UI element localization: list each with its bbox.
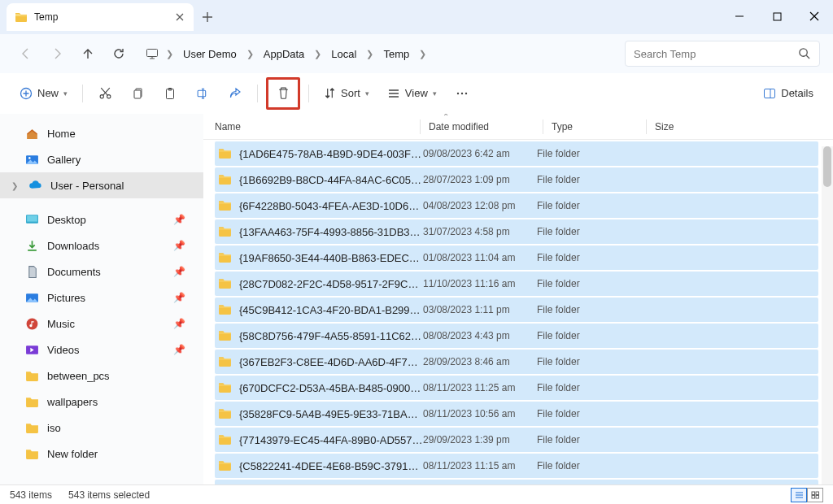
nav-pictures[interactable]: Pictures 📌 — [0, 285, 203, 311]
file-name: {13FAA463-75F4-4993-8856-31DB34396BE... — [239, 226, 423, 238]
chevron-right-icon[interactable]: ❯ — [11, 181, 20, 190]
item-count: 543 items — [10, 489, 52, 501]
pin-icon: 📌 — [173, 266, 185, 277]
file-name: {670DCFC2-D53A-45BA-B485-0900844A8... — [239, 382, 423, 394]
delete-button[interactable] — [266, 77, 300, 110]
folder-icon — [218, 406, 233, 421]
search-input[interactable] — [634, 48, 792, 60]
breadcrumb-item[interactable]: Temp — [378, 45, 414, 63]
navigation-pane: Home Gallery ❯ User - Personal Desktop 📌… — [0, 114, 203, 484]
more-button[interactable] — [448, 80, 476, 107]
column-name[interactable]: Name⌃ — [215, 121, 420, 133]
maximize-button[interactable] — [758, 0, 796, 33]
nav-desktop[interactable]: Desktop 📌 — [0, 206, 203, 232]
svg-point-15 — [28, 157, 31, 159]
file-row[interactable]: {35828FC9-5A4B-49E5-9E33-71BAC1BED4...08… — [215, 402, 818, 426]
monitor-icon[interactable] — [143, 41, 161, 67]
folder-icon — [24, 394, 39, 409]
file-row[interactable]: {45C9B412-1CA3-4F20-BDA1-B299A5C09...03/… — [215, 298, 818, 322]
svg-rect-24 — [816, 495, 819, 498]
breadcrumb-item[interactable]: User Demo — [178, 45, 242, 63]
file-row[interactable]: {6F4228B0-5043-4FEA-AE3D-10D6DE2CF...04/… — [215, 193, 818, 218]
thumbnail-view-button[interactable] — [807, 488, 823, 502]
file-type: File folder — [537, 226, 631, 237]
folder-icon — [24, 368, 39, 383]
add-tab-button[interactable] — [194, 3, 221, 31]
nav-user-personal[interactable]: ❯ User - Personal — [0, 172, 203, 198]
nav-iso[interactable]: iso — [0, 415, 203, 441]
refresh-button[interactable] — [106, 41, 132, 67]
tab-title: Temp — [34, 11, 168, 23]
documents-icon — [24, 264, 39, 279]
file-row[interactable]: {C5822241-4DEE-4E68-B59C-3791D84DF7...08… — [215, 454, 818, 478]
file-row[interactable]: {670DCFC2-D53A-45BA-B485-0900844A8...08/… — [215, 376, 818, 400]
share-button[interactable] — [221, 80, 249, 107]
up-button[interactable] — [75, 41, 101, 67]
file-name: {35828FC9-5A4B-49E5-9E33-71BAC1BED4... — [239, 408, 423, 420]
vertical-scrollbar[interactable] — [822, 146, 833, 484]
file-row[interactable]: {1AD6E475-78AB-4B9D-9DE4-003FBF9195...09… — [215, 141, 818, 166]
rename-button[interactable] — [189, 80, 216, 107]
folder-icon — [218, 354, 233, 369]
breadcrumb-item[interactable]: AppData — [259, 45, 310, 63]
new-label: New — [37, 87, 59, 99]
forward-button[interactable] — [44, 41, 70, 67]
tab-temp[interactable]: Temp — [7, 3, 194, 31]
nav-downloads[interactable]: Downloads 📌 — [0, 232, 203, 259]
minimize-button[interactable] — [721, 0, 758, 33]
music-icon — [24, 316, 39, 331]
copy-button[interactable] — [124, 80, 151, 107]
nav-wallpapers[interactable]: wallpapers — [0, 389, 203, 415]
column-type[interactable]: Type — [552, 121, 646, 133]
svg-rect-13 — [765, 89, 775, 98]
file-date: 08/11/2023 11:15 am — [423, 460, 537, 471]
scrollbar-thumb[interactable] — [823, 146, 831, 187]
file-row[interactable]: {77143979-EC45-44FA-89B0-AD55701762...29… — [215, 428, 818, 452]
folder-icon — [24, 446, 39, 461]
file-row[interactable]: {1B6692B9-B8CD-44FA-84AC-6C057EA71...28/… — [215, 167, 818, 192]
file-row[interactable]: {CFE507C4-19C0-46AF-9711-844852E165...03… — [215, 480, 818, 484]
nav-documents[interactable]: Documents 📌 — [0, 259, 203, 285]
downloads-icon — [24, 238, 39, 253]
sort-button[interactable]: Sort ▾ — [317, 80, 376, 107]
file-date: 01/08/2023 11:04 am — [423, 252, 537, 263]
new-button[interactable]: New ▾ — [13, 80, 74, 107]
folder-icon — [24, 420, 39, 435]
search-box[interactable] — [625, 41, 820, 67]
details-view-button[interactable] — [791, 488, 807, 502]
cut-button[interactable] — [91, 80, 119, 107]
chevron-right-icon: ❯ — [243, 49, 257, 59]
pin-icon: 📌 — [173, 292, 185, 303]
nav-home[interactable]: Home — [0, 120, 203, 146]
nav-music[interactable]: Music 📌 — [0, 311, 203, 337]
file-type: File folder — [537, 408, 631, 419]
sort-indicator-icon: ⌃ — [443, 114, 449, 121]
view-button[interactable]: View ▾ — [381, 80, 443, 107]
file-row[interactable]: {58C8D756-479F-4A55-8591-11C6268432...08… — [215, 324, 818, 348]
file-row[interactable]: {13FAA463-75F4-4993-8856-31DB34396BE...3… — [215, 219, 818, 244]
details-pane-button[interactable]: Details — [757, 80, 820, 107]
file-name: {6F4228B0-5043-4FEA-AE3D-10D6DE2CF... — [239, 200, 423, 212]
nav-gallery[interactable]: Gallery — [0, 146, 203, 172]
nav-between-pcs[interactable]: between_pcs — [0, 363, 203, 389]
paste-button[interactable] — [156, 80, 184, 107]
back-button[interactable] — [13, 41, 39, 67]
close-tab-icon[interactable] — [174, 11, 185, 23]
file-date: 09/08/2023 6:42 am — [423, 148, 537, 159]
file-name: {45C9B412-1CA3-4F20-BDA1-B299A5C09... — [239, 304, 423, 316]
column-size[interactable]: Size — [655, 121, 720, 133]
file-row[interactable]: {28C7D082-2F2C-4D58-9517-2F9C2F1D2...11/… — [215, 272, 818, 296]
svg-rect-1 — [147, 50, 158, 57]
svg-rect-23 — [812, 495, 815, 498]
nav-new-folder[interactable]: New folder — [0, 441, 203, 467]
file-row[interactable]: {367EB2F3-C8EE-4D6D-AA6D-4F70FBC39...28/… — [215, 350, 818, 374]
close-window-button[interactable] — [796, 0, 833, 33]
file-list[interactable]: {1AD6E475-78AB-4B9D-9DE4-003FBF9195...09… — [203, 140, 833, 484]
file-row[interactable]: {19AF8650-3E44-440B-B863-EDEC9B6865...01… — [215, 245, 818, 270]
file-type: File folder — [537, 200, 631, 211]
file-date: 29/09/2023 1:39 pm — [423, 434, 537, 445]
column-date[interactable]: Date modified — [429, 121, 543, 133]
breadcrumb-item[interactable]: Local — [326, 45, 361, 63]
search-icon[interactable] — [798, 47, 811, 60]
nav-videos[interactable]: Videos 📌 — [0, 337, 203, 363]
